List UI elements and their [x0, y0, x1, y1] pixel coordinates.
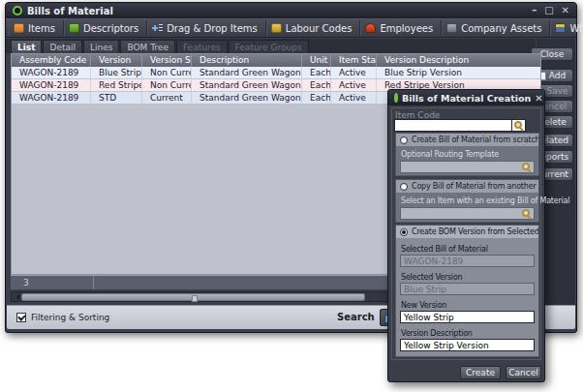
column-header-item-status[interactable]: Item Status — [331, 54, 377, 67]
main-toolbar: Items Descriptors Drag & Drop Items Labo… — [6, 18, 576, 38]
tab-list[interactable]: List — [11, 40, 42, 53]
record-count: 3 — [11, 276, 94, 289]
option-create-from-scratch: Create Bill of Material from scratch Opt… — [395, 133, 539, 176]
dialog-app-icon — [394, 93, 398, 103]
option-create-version-from-selected: Create BOM Version from Selected BOM Sel… — [395, 225, 539, 357]
toolbar-button-where-used-inquiry[interactable]: Where Used Inquiry — [550, 20, 583, 36]
filtering-sorting-checkbox[interactable] — [16, 313, 26, 322]
app-icon — [13, 6, 22, 15]
maximize-button[interactable]: □ — [544, 6, 553, 15]
toolbar-button-company-assets[interactable]: Company Assets — [442, 20, 550, 36]
toolbar-button-employees[interactable]: Employees — [360, 20, 442, 36]
window-titlebar[interactable]: Bills of Material – □ ✕ — [6, 3, 576, 18]
lookup-magnifier-icon[interactable] — [522, 163, 531, 171]
selected-bom-input — [400, 255, 535, 267]
tab-detail[interactable]: Detail — [43, 40, 82, 53]
selected-bom-label: Selected Bill of Material — [401, 245, 488, 254]
toolbar-button-descriptors[interactable]: Descriptors — [64, 20, 147, 36]
radio-create-from-scratch[interactable] — [400, 136, 408, 144]
lookup-magnifier-icon[interactable] — [522, 209, 531, 218]
window-title: Bills of Material — [27, 6, 113, 16]
search-label: Search — [337, 312, 375, 322]
version-description-label: Version Description — [401, 329, 473, 338]
dialog-title: Bills of Material Creation — [402, 93, 531, 104]
table-row[interactable]: WAGON-2189 Blue Strip Non Current Standa… — [12, 67, 540, 79]
radio-create-version-selected[interactable] — [400, 228, 408, 236]
column-header-version-status[interactable]: Version Status — [142, 54, 192, 67]
toolbar-button-drag-drop-items[interactable]: Drag & Drop Items — [147, 20, 266, 36]
radio-copy-from-item[interactable] — [400, 183, 408, 191]
column-header-unit[interactable]: Unit — [302, 54, 331, 67]
filtering-sorting-label: Filtering & Sorting — [31, 313, 109, 322]
tab-feature-groups: Feature Groups — [229, 40, 309, 53]
selected-version-input — [400, 283, 535, 295]
desktop: Bills of Material – □ ✕ Items Descriptor… — [0, 0, 583, 392]
column-header-version-description[interactable]: Version Description — [377, 54, 540, 67]
minimize-button[interactable]: – — [532, 6, 537, 15]
column-header-description[interactable]: Description — [192, 54, 302, 67]
employees-icon — [365, 23, 376, 33]
company-assets-icon — [446, 23, 457, 33]
option-copy-from-item: Copy Bill of Material from another Item … — [395, 179, 539, 223]
bom-creation-dialog: Bills of Material Creation ✕ Item Code C… — [387, 89, 545, 382]
optional-routing-template-input[interactable] — [400, 161, 535, 173]
item-code-input[interactable] — [394, 119, 512, 132]
item-code-lookup-button[interactable] — [512, 119, 526, 132]
dialog-titlebar[interactable]: Bills of Material Creation ✕ — [388, 90, 544, 106]
toolbar-button-items[interactable]: Items — [9, 20, 64, 36]
new-version-input[interactable] — [400, 311, 535, 323]
toolbar-button-labour-codes[interactable]: Labour Codes — [266, 20, 361, 36]
column-header-assembly-code[interactable]: Assembly Code — [12, 54, 91, 67]
scroll-left-icon[interactable] — [14, 294, 19, 300]
items-icon — [14, 23, 24, 33]
lookup-magnifier-icon — [514, 121, 523, 130]
close-window-button[interactable]: ✕ — [562, 6, 569, 15]
where-used-icon — [555, 23, 566, 33]
select-existing-bom-input[interactable] — [400, 207, 535, 220]
select-existing-bom-label: Select an Item with an existing Bill of … — [401, 196, 569, 205]
new-version-label: New Version — [401, 301, 446, 310]
dialog-cancel-button[interactable]: Cancel — [506, 366, 541, 379]
optional-routing-template-label: Optional Routing Template — [401, 150, 499, 159]
scrollbar-thumb[interactable] — [21, 293, 365, 301]
labour-codes-icon — [271, 23, 282, 33]
descriptors-icon — [69, 23, 79, 33]
tab-lines[interactable]: Lines — [83, 40, 119, 53]
tab-strip: List Detail Lines BOM Tree Features Feat… — [6, 39, 536, 53]
column-header-version[interactable]: Version — [91, 54, 142, 67]
version-description-input[interactable] — [400, 339, 535, 351]
selected-version-label: Selected Version — [401, 273, 462, 282]
create-button[interactable]: Create — [460, 366, 501, 379]
tab-features: Features — [176, 40, 228, 53]
drag-drop-icon — [152, 23, 163, 33]
dialog-close-icon[interactable]: ✕ — [535, 93, 542, 104]
tab-bom-tree[interactable]: BOM Tree — [120, 40, 174, 53]
table-header-row: Assembly Code Version Version Status Des… — [12, 54, 540, 67]
